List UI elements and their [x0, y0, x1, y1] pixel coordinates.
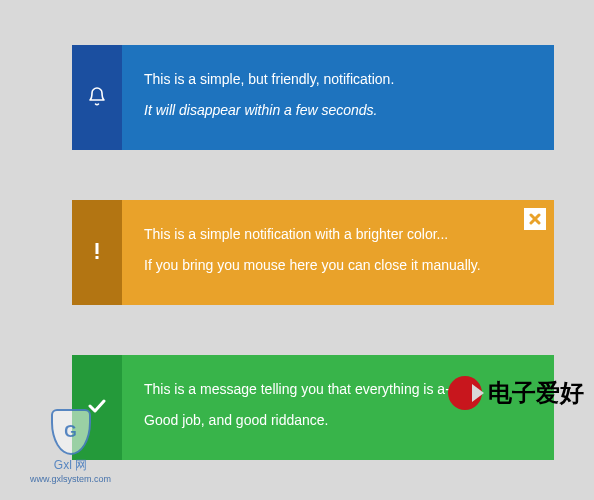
notification-line1: This is a simple notification with a bri… [144, 224, 532, 245]
notification-body: This is a simple, but friendly, notifica… [122, 45, 554, 150]
shield-icon: G [51, 409, 91, 455]
close-icon [529, 213, 541, 225]
watermark-left-logo: G Gxl 网 www.gxlsystem.com [30, 409, 111, 484]
bell-icon [87, 85, 107, 111]
watermark-left-subtext: www.gxlsystem.com [30, 474, 111, 484]
svg-rect-0 [96, 243, 99, 254]
notification-info: This is a simple, but friendly, notifica… [72, 45, 554, 150]
notification-line2: It will disappear within a few seconds. [144, 100, 532, 121]
notification-body: This is a simple notification with a bri… [122, 200, 554, 305]
exclamation-icon [93, 241, 101, 265]
svg-rect-1 [96, 256, 99, 259]
close-button[interactable] [524, 208, 546, 230]
notification-line1: This is a simple, but friendly, notifica… [144, 69, 532, 90]
watermark-left-text: Gxl 网 [54, 457, 87, 474]
notification-warning: This is a simple notification with a bri… [72, 200, 554, 305]
notification-line2: Good job, and good riddance. [144, 410, 532, 431]
watermark-right-text: 电子爱好 [488, 377, 584, 409]
notification-line2: If you bring you mouse here you can clos… [144, 255, 532, 276]
watermark-right-logo: 电子爱好 [448, 376, 584, 410]
notification-icon-column [72, 200, 122, 305]
notification-icon-column [72, 45, 122, 150]
c-logo-icon [448, 376, 482, 410]
